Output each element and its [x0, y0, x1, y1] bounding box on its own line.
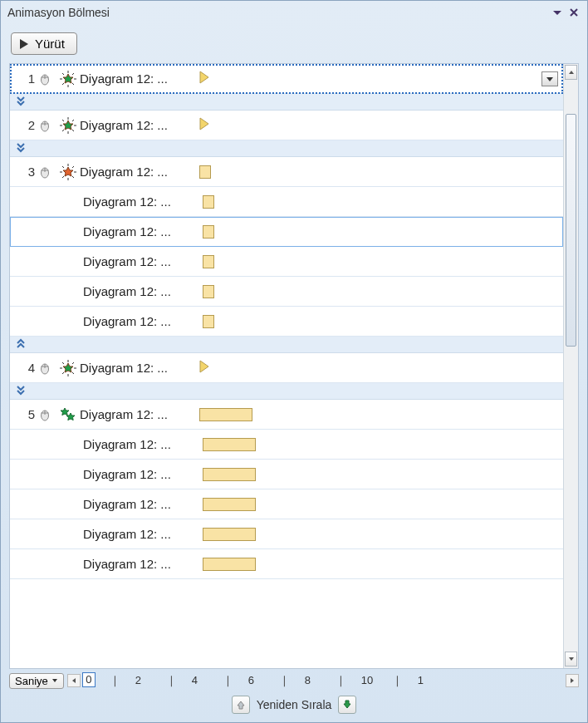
expand-collapse-divider[interactable] [10, 337, 563, 353]
vertical-scrollbar[interactable] [563, 64, 578, 668]
item-number: 2 [15, 118, 35, 132]
timeline-bar [203, 558, 256, 571]
play-label: Yürüt [35, 37, 65, 51]
item-timeline[interactable] [199, 195, 563, 209]
effect-star-icon [56, 466, 83, 483]
svg-line-8 [72, 83, 74, 85]
animation-item[interactable]: Diyagram 12: ... [10, 489, 563, 519]
close-icon[interactable] [567, 6, 581, 19]
animation-list[interactable]: 1Diyagram 12: ...2Diyagram 12: ...3Diyag… [10, 64, 563, 668]
expand-collapse-divider[interactable] [10, 94, 563, 111]
svg-line-19 [72, 130, 74, 131]
item-timeline[interactable] [196, 165, 563, 179]
item-number: 4 [15, 361, 35, 375]
animation-item[interactable]: 2Diyagram 12: ... [10, 111, 563, 140]
effect-star-icon [56, 283, 83, 300]
animation-item[interactable]: Diyagram 12: ... [10, 307, 563, 337]
item-timeline[interactable] [196, 408, 563, 421]
timeline-tick: 4 [192, 674, 198, 686]
animation-item[interactable]: 5Diyagram 12: ... [10, 400, 563, 430]
scroll-right-icon[interactable] [566, 674, 579, 687]
item-label: Diyagram 12: ... [80, 71, 196, 86]
scroll-down-icon[interactable] [565, 652, 577, 666]
mouse-click-icon [37, 362, 53, 375]
animation-item[interactable]: Diyagram 12: ... [10, 217, 563, 247]
item-timeline[interactable] [199, 498, 563, 511]
timeline-tick-minor: ❘ [336, 674, 345, 686]
svg-line-31 [72, 166, 74, 168]
play-button[interactable]: Yürüt [11, 32, 77, 55]
item-timeline[interactable] [199, 468, 563, 481]
expand-collapse-divider[interactable] [10, 140, 563, 157]
item-timeline[interactable] [199, 255, 563, 268]
item-timeline[interactable] [199, 558, 563, 571]
scrollbar-thumb[interactable] [566, 114, 576, 347]
animation-item[interactable]: Diyagram 12: ... [10, 519, 563, 549]
animation-item[interactable]: 1Diyagram 12: ... [10, 64, 563, 94]
timeline-triangle-icon [199, 360, 209, 376]
svg-line-9 [72, 73, 74, 75]
animation-item[interactable]: Diyagram 12: ... [10, 549, 563, 579]
effect-star-icon [56, 253, 83, 270]
effect-star-icon [56, 71, 80, 87]
reorder-down-button[interactable] [338, 696, 356, 714]
svg-line-81 [72, 372, 74, 374]
reorder-up-button[interactable] [232, 696, 250, 714]
timeline-tick-minor: ❘ [110, 674, 120, 686]
animation-item[interactable]: 3Diyagram 12: ... [10, 157, 563, 187]
svg-line-83 [62, 372, 64, 374]
item-timeline[interactable] [196, 71, 541, 87]
item-timeline[interactable] [196, 117, 563, 134]
timeline-ruler[interactable]: 0❘2❘4❘6❘8❘10❘1 [81, 672, 566, 689]
svg-line-21 [62, 130, 64, 131]
timeline-bar [203, 225, 214, 239]
animation-item[interactable]: Diyagram 12: ... [10, 187, 563, 217]
svg-line-32 [62, 176, 64, 178]
item-label: Diyagram 12: ... [83, 467, 199, 481]
timeline-tick-minor: ❘ [167, 674, 176, 686]
item-timeline[interactable] [199, 438, 563, 451]
timeline-bar [203, 195, 214, 209]
svg-line-18 [62, 120, 64, 121]
animation-item[interactable]: Diyagram 12: ... [10, 247, 563, 277]
svg-line-80 [62, 362, 64, 364]
timeline-tick: 1 [418, 674, 424, 686]
effect-star-icon [56, 436, 83, 453]
svg-line-7 [62, 73, 64, 75]
item-timeline[interactable] [199, 225, 563, 239]
reorder-row: Yeniden Sırala [9, 692, 579, 717]
item-dropdown-button[interactable] [541, 71, 558, 86]
effect-star-icon [56, 360, 80, 376]
seconds-label: Saniye [15, 675, 48, 687]
item-label: Diyagram 12: ... [83, 527, 199, 541]
animation-item[interactable]: 4Diyagram 12: ... [10, 353, 563, 383]
animation-item[interactable]: Diyagram 12: ... [10, 460, 563, 489]
timeline-bar [203, 528, 256, 541]
item-label: Diyagram 12: ... [83, 314, 199, 328]
pane-title: Animasyon Bölmesi [7, 6, 110, 19]
timeline-pos-marker[interactable]: 0 [82, 672, 96, 687]
item-timeline[interactable] [199, 315, 563, 328]
item-label: Diyagram 12: ... [83, 437, 199, 451]
item-timeline[interactable] [196, 360, 563, 376]
animation-item[interactable]: Diyagram 12: ... [10, 430, 563, 460]
scroll-left-icon[interactable] [67, 674, 81, 687]
item-label: Diyagram 12: ... [80, 407, 196, 421]
expand-collapse-divider[interactable] [10, 383, 563, 400]
svg-line-10 [62, 83, 64, 85]
timeline-tick: 8 [305, 674, 311, 686]
timeline-tick-minor: ❘ [393, 674, 402, 686]
effect-star-icon [56, 496, 83, 513]
scroll-up-icon[interactable] [565, 65, 577, 80]
timeline-tick-minor: ❘ [280, 674, 289, 686]
item-label: Diyagram 12: ... [80, 361, 196, 375]
timeline-bar [203, 498, 256, 511]
minimize-icon[interactable] [551, 6, 564, 19]
item-timeline[interactable] [199, 528, 563, 541]
toolbar: Yürüt [1, 24, 587, 60]
effect-star-icon [56, 526, 83, 543]
seconds-dropdown[interactable]: Saniye [9, 673, 64, 689]
animation-item[interactable]: Diyagram 12: ... [10, 277, 563, 307]
mouse-click-icon [37, 165, 53, 179]
item-timeline[interactable] [199, 285, 563, 298]
